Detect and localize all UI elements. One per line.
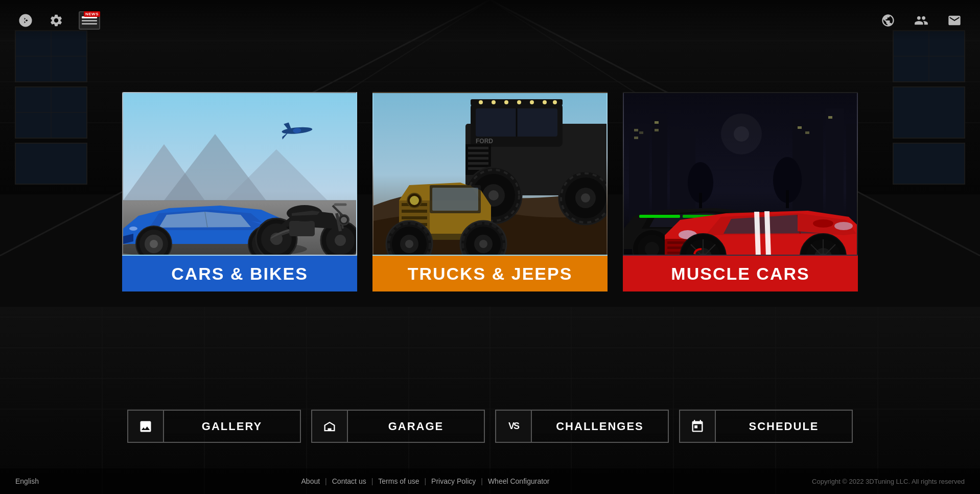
footer-privacy[interactable]: Privacy Policy xyxy=(431,477,476,485)
cars-bikes-scene xyxy=(123,93,357,256)
svg-point-88 xyxy=(530,100,534,104)
svg-rect-132 xyxy=(639,131,643,134)
svg-rect-131 xyxy=(634,137,638,139)
svg-point-116 xyxy=(405,240,413,248)
svg-rect-143 xyxy=(786,190,789,208)
svg-rect-135 xyxy=(798,126,802,129)
footer-terms[interactable]: Terms of use xyxy=(378,477,419,485)
svg-point-57 xyxy=(129,227,137,231)
svg-rect-125 xyxy=(652,114,667,226)
svg-point-154 xyxy=(813,219,833,228)
svg-point-89 xyxy=(543,100,547,104)
svg-point-63 xyxy=(335,235,346,246)
footer-about[interactable]: About xyxy=(301,477,320,485)
cars-bikes-image xyxy=(122,92,357,256)
svg-point-51 xyxy=(150,240,158,248)
cars-bikes-label[interactable]: CARS & BIKES xyxy=(122,256,357,291)
footer-copyright: Copyright © 2022 3DTuning LLC. All right… xyxy=(812,478,965,485)
svg-rect-112 xyxy=(432,188,478,211)
language-button[interactable] xyxy=(878,10,898,31)
svg-point-86 xyxy=(504,100,508,104)
trucks-jeeps-scene: FORD xyxy=(374,93,608,256)
footer: English About | Contact us | Terms of us… xyxy=(0,468,980,494)
user-icon xyxy=(914,13,928,28)
settings-icon xyxy=(49,13,63,28)
top-navigation: NEWS xyxy=(0,0,980,41)
garage-button[interactable]: GARAGE xyxy=(311,410,485,443)
garage-icon-box xyxy=(312,411,348,442)
challenges-icon-box: VS xyxy=(496,411,532,442)
svg-rect-128 xyxy=(826,108,844,226)
svg-point-71 xyxy=(341,217,347,223)
svg-rect-80 xyxy=(468,157,488,160)
svg-point-85 xyxy=(492,100,496,104)
svg-rect-81 xyxy=(468,162,488,165)
svg-point-94 xyxy=(488,190,499,200)
svg-point-90 xyxy=(553,100,557,104)
gallery-icon-box xyxy=(128,411,164,442)
svg-rect-129 xyxy=(846,124,858,226)
mail-button[interactable] xyxy=(944,10,965,31)
trucks-jeeps-label[interactable]: TRUCKS & JEEPS xyxy=(372,256,608,291)
bottom-navigation: GALLERY GARAGE VS CHALLENGES SCHEDULE xyxy=(0,410,980,443)
schedule-label: SCHEDULE xyxy=(716,420,852,433)
svg-point-109 xyxy=(410,196,419,205)
cars-bikes-card[interactable]: CARS & BIKES xyxy=(122,92,357,291)
schedule-icon xyxy=(690,419,705,434)
svg-text:FORD: FORD xyxy=(476,138,493,145)
svg-rect-83 xyxy=(471,99,563,105)
vs-icon: VS xyxy=(508,421,519,432)
mail-icon xyxy=(947,13,962,28)
category-cards-row: CARS & BIKES xyxy=(122,41,858,291)
svg-rect-133 xyxy=(655,121,659,124)
gallery-button[interactable]: GALLERY xyxy=(127,410,301,443)
svg-rect-79 xyxy=(468,152,488,154)
svg-rect-141 xyxy=(699,193,702,208)
schedule-button[interactable]: SCHEDULE xyxy=(679,410,853,443)
footer-links: About | Contact us | Terms of use | Priv… xyxy=(301,477,550,485)
svg-point-147 xyxy=(645,242,659,256)
svg-rect-130 xyxy=(634,129,638,131)
muscle-cars-card[interactable]: MUSCLE CARS xyxy=(623,92,858,291)
trucks-jeeps-image: FORD xyxy=(372,92,608,256)
svg-point-139 xyxy=(734,126,749,142)
svg-point-84 xyxy=(479,100,483,104)
svg-rect-104 xyxy=(402,210,427,213)
footer-wheel[interactable]: Wheel Configurator xyxy=(488,477,550,485)
garage-icon xyxy=(322,419,337,434)
challenges-label: CHALLENGES xyxy=(532,420,668,433)
trucks-jeeps-card[interactable]: FORD xyxy=(372,92,608,291)
svg-rect-136 xyxy=(805,131,809,134)
settings-button[interactable] xyxy=(46,10,66,31)
news-label: NEWS xyxy=(84,11,100,17)
schedule-icon-box xyxy=(680,411,716,442)
svg-rect-105 xyxy=(402,216,427,219)
svg-rect-134 xyxy=(655,129,659,131)
muscle-cars-scene xyxy=(624,93,858,256)
gallery-icon xyxy=(138,419,153,434)
gallery-label: GALLERY xyxy=(164,420,300,433)
back-button[interactable] xyxy=(15,10,36,31)
svg-point-87 xyxy=(517,100,521,104)
footer-contact[interactable]: Contact us xyxy=(332,477,366,485)
svg-rect-64 xyxy=(289,221,315,236)
news-button[interactable]: NEWS xyxy=(77,10,102,31)
svg-rect-124 xyxy=(629,124,649,226)
main-content: CARS & BIKES xyxy=(0,41,980,291)
garage-label: GARAGE xyxy=(348,420,484,433)
nav-left: NEWS xyxy=(15,10,102,31)
svg-point-99 xyxy=(581,193,590,203)
back-icon xyxy=(18,13,33,28)
svg-point-121 xyxy=(479,240,487,248)
nav-right xyxy=(878,10,965,31)
challenges-button[interactable]: VS CHALLENGES xyxy=(495,410,669,443)
footer-language: English xyxy=(15,477,39,485)
svg-rect-137 xyxy=(828,116,832,119)
svg-rect-78 xyxy=(468,147,488,149)
svg-rect-151 xyxy=(639,215,680,218)
muscle-cars-label[interactable]: MUSCLE CARS xyxy=(623,256,858,291)
globe-icon xyxy=(881,13,895,28)
user-button[interactable] xyxy=(911,10,931,31)
svg-point-160 xyxy=(834,222,853,230)
muscle-cars-image xyxy=(623,92,858,256)
